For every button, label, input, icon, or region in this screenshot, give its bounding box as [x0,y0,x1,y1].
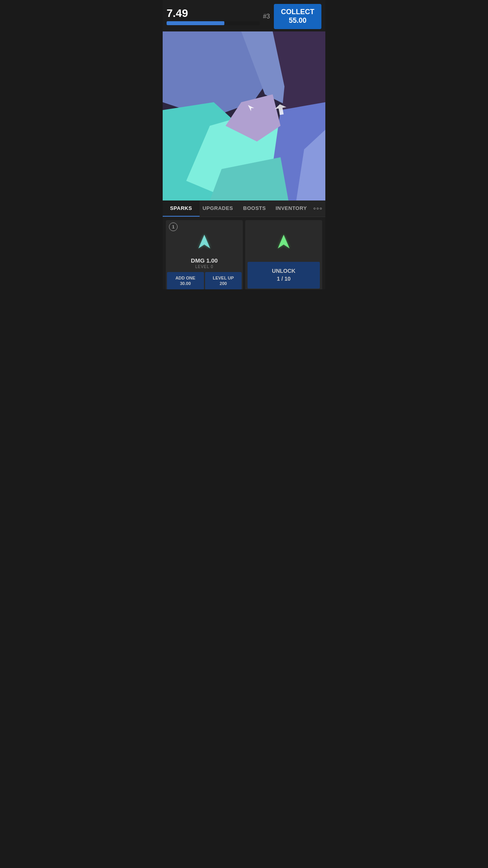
collect-button[interactable]: COLLECT 55.00 [274,4,321,29]
dot-1 [314,208,316,210]
spark-1-levelup-btn[interactable]: LEVEL UP 200 [205,272,242,289]
spark-1-number: 1 [169,223,178,231]
spark-card-2: UNLOCK 1 / 10 [245,220,322,289]
game-svg [163,31,325,200]
score-container: 7.49 [167,8,260,25]
progress-bar-background [167,21,260,25]
hud: 7.49 #3 COLLECT 55.00 [163,0,325,31]
spark-2-icon [274,233,294,254]
spark-2-unlock-progress: 1 / 10 [277,276,290,282]
spark-2-unlock-btn[interactable]: UNLOCK 1 / 10 [248,262,320,288]
game-canvas[interactable] [163,31,325,200]
spark-card-1: 1 DMG 1.00 LEVEL 0 ADD ONE 30.00 LEVEL U… [166,220,243,289]
tab-boosts[interactable]: BOOSTS [236,200,273,217]
dots-icon [314,208,322,210]
rank-badge: #3 [263,13,270,20]
score-display: 7.49 [167,8,260,19]
more-options-button[interactable] [310,203,325,214]
spark-1-levelup-label: LEVEL UP [213,276,234,280]
collect-amount: 55.00 [289,17,306,24]
game-area[interactable] [163,31,325,200]
spark-2-unlock-label: UNLOCK [272,268,295,274]
spark-1-levelup-cost: 200 [220,281,227,286]
spark-card-2-inner [245,220,322,262]
spark-1-buttons: ADD ONE 30.00 LEVEL UP 200 [166,272,243,289]
dot-2 [317,208,319,210]
svg-marker-13 [278,235,290,248]
tab-bar: SPARKS UPGRADES BOOSTS INVENTORY [163,200,325,217]
progress-bar-fill [167,21,224,25]
sparks-grid: 1 DMG 1.00 LEVEL 0 ADD ONE 30.00 LEVEL U… [163,217,325,289]
tab-sparks[interactable]: SPARKS [163,200,200,217]
spark-1-add-btn[interactable]: ADD ONE 30.00 [167,272,204,289]
tab-inventory[interactable]: INVENTORY [273,200,310,217]
spark-2-buttons: UNLOCK 1 / 10 [245,262,322,289]
spark-card-1-inner: 1 DMG 1.00 LEVEL 0 [166,220,243,272]
spark-1-add-label: ADD ONE [175,276,195,280]
dot-3 [320,208,322,210]
spark-1-add-cost: 30.00 [180,281,191,286]
spark-1-name: DMG 1.00 [191,257,218,264]
collect-label: COLLECT [281,8,314,16]
svg-marker-12 [198,235,210,248]
bottom-panel: SPARKS UPGRADES BOOSTS INVENTORY 1 DMG 1 [163,200,325,289]
spark-1-icon [194,233,214,254]
tab-upgrades[interactable]: UPGRADES [200,200,237,217]
spark-1-level: LEVEL 0 [195,265,213,269]
svg-marker-11 [248,105,254,111]
